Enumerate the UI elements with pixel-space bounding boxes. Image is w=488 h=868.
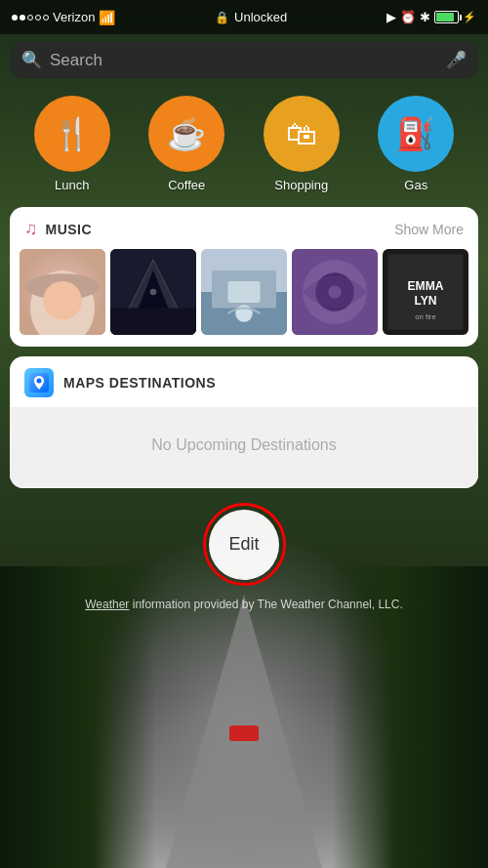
carrier-label: Verizon	[53, 10, 95, 24]
location-icon: ▶	[386, 10, 396, 24]
action-shopping[interactable]: 🛍 Shopping	[264, 96, 340, 192]
gas-circle: ⛽	[378, 96, 454, 172]
search-placeholder[interactable]: Search	[50, 51, 438, 70]
signal-dot-2	[20, 15, 25, 21]
gas-label: Gas	[404, 178, 427, 192]
shopping-label: Shopping	[274, 178, 328, 192]
lock-label: Unlocked	[234, 10, 287, 24]
car	[229, 725, 259, 741]
svg-rect-8	[110, 309, 196, 336]
album-art-3[interactable]	[201, 249, 287, 335]
bluetooth-icon: ✱	[420, 10, 430, 24]
status-left: Verizon 📶	[12, 10, 115, 25]
maps-header: MAPS DESTINATIONS	[10, 356, 478, 407]
charging-icon: ⚡	[463, 11, 476, 23]
coffee-label: Coffee	[168, 178, 205, 192]
album-inner-4	[292, 249, 378, 335]
gas-icon: ⛽	[396, 115, 435, 152]
svg-text:LYN: LYN	[414, 294, 436, 308]
edit-button-wrap: Edit	[0, 503, 488, 586]
album-inner-1	[20, 249, 105, 335]
coffee-circle: ☕	[148, 96, 224, 172]
status-bar: Verizon 📶 🔒 Unlocked ▶ ⏰ ✱ ⚡	[0, 0, 488, 34]
signal-dot-1	[12, 15, 18, 21]
signal-dot-3	[27, 15, 33, 21]
shopping-icon: 🛍	[286, 116, 317, 152]
battery-indicator	[434, 11, 459, 23]
status-right: ▶ ⏰ ✱ ⚡	[386, 10, 476, 24]
svg-point-9	[150, 289, 157, 296]
album-art-5[interactable]: EMMA LYN on fire	[383, 249, 468, 335]
action-lunch[interactable]: 🍴 Lunch	[34, 96, 110, 192]
wifi-icon: 📶	[99, 10, 115, 25]
microphone-icon[interactable]: 🎤	[446, 50, 467, 70]
weather-footer-suffix: information provided by The Weather Chan…	[129, 598, 402, 611]
svg-point-25	[37, 379, 42, 384]
quick-actions-row: 🍴 Lunch ☕ Coffee 🛍 Shopping ⛽ Gas	[0, 86, 488, 197]
album-inner-5: EMMA LYN on fire	[383, 249, 468, 335]
maps-title: MAPS DESTINATIONS	[63, 375, 216, 391]
album-art-2[interactable]	[110, 249, 196, 335]
weather-footer: Weather information provided by The Weat…	[0, 586, 488, 623]
svg-text:on fire: on fire	[415, 312, 435, 321]
music-header: ♫ MUSIC Show More	[10, 207, 478, 249]
lunch-circle: 🍴	[34, 96, 110, 172]
no-destinations-message: No Upcoming Destinations	[10, 407, 478, 488]
signal-dot-5	[43, 15, 49, 21]
music-note-icon: ♫	[24, 219, 38, 239]
music-title-row: ♫ MUSIC	[24, 219, 92, 239]
search-icon: 🔍	[21, 50, 42, 70]
album-art-4[interactable]	[292, 249, 378, 335]
edit-label: Edit	[228, 534, 259, 555]
maps-pin-icon	[29, 373, 49, 393]
album-inner-2	[110, 249, 196, 335]
svg-text:EMMA: EMMA	[408, 279, 444, 293]
edit-button[interactable]: Edit	[209, 510, 279, 580]
status-center: 🔒 Unlocked	[215, 10, 287, 24]
action-coffee[interactable]: ☕ Coffee	[148, 96, 224, 192]
alarm-icon: ⏰	[400, 10, 416, 24]
action-gas[interactable]: ⛽ Gas	[378, 96, 454, 192]
music-title: MUSIC	[46, 222, 93, 237]
lunch-icon: 🍴	[53, 115, 92, 152]
edit-circle-highlight: Edit	[203, 503, 286, 586]
svg-rect-13	[228, 281, 261, 303]
signal-dot-4	[35, 15, 41, 21]
battery-fill	[436, 13, 454, 21]
signal-dots	[12, 15, 49, 21]
lock-icon: 🔒	[215, 11, 229, 24]
svg-point-4	[43, 281, 82, 320]
lunch-label: Lunch	[55, 178, 89, 192]
show-more-button[interactable]: Show More	[394, 222, 464, 237]
search-bar[interactable]: 🔍 Search 🎤	[10, 42, 478, 78]
album-inner-3	[201, 249, 287, 335]
album-row: EMMA LYN on fire	[10, 249, 478, 347]
music-section: ♫ MUSIC Show More	[10, 207, 478, 347]
maps-section: MAPS DESTINATIONS No Upcoming Destinatio…	[10, 356, 478, 488]
album-art-1[interactable]	[20, 249, 105, 335]
maps-app-icon	[24, 368, 54, 397]
coffee-icon: ☕	[167, 115, 206, 152]
maps-title-row: MAPS DESTINATIONS	[24, 368, 216, 397]
shopping-circle: 🛍	[264, 96, 340, 172]
weather-link[interactable]: Weather	[85, 598, 129, 611]
